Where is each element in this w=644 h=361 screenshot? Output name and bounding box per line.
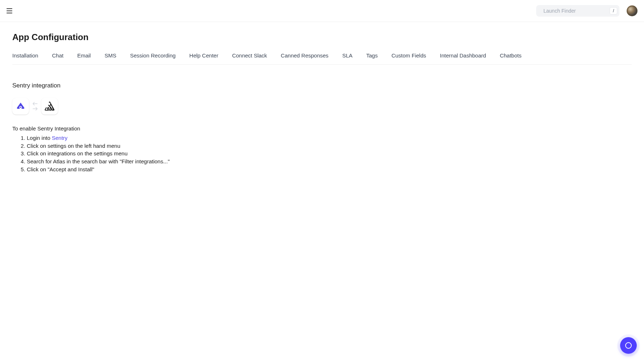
sync-arrows-icon [33, 102, 38, 111]
step-item: Click on integrations on the settings me… [27, 150, 632, 158]
top-header: / [0, 0, 644, 22]
tab-email[interactable]: Email [77, 52, 91, 64]
tab-session-recording[interactable]: Session Recording [130, 52, 175, 64]
search-container[interactable]: / [536, 5, 619, 17]
search-input[interactable] [543, 8, 607, 14]
tab-internal-dashboard[interactable]: Internal Dashboard [440, 52, 486, 64]
step-item: Click on "Accept and Install" [27, 166, 632, 173]
avatar[interactable] [627, 5, 637, 16]
tab-sms[interactable]: SMS [105, 52, 116, 64]
step-item: Click on settings on the left hand menu [27, 142, 632, 150]
tabs-bar: Installation Chat Email SMS Session Reco… [12, 52, 632, 65]
intro-text: To enable Sentry Integration [12, 125, 632, 133]
tab-help-center[interactable]: Help Center [189, 52, 218, 64]
tab-chat[interactable]: Chat [52, 52, 64, 64]
menu-icon[interactable] [7, 8, 12, 13]
sentry-logo [41, 98, 58, 115]
svg-point-3 [20, 107, 21, 108]
tab-installation[interactable]: Installation [12, 52, 38, 64]
sentry-icon [44, 101, 55, 111]
step-item: Login into Sentry [27, 134, 632, 142]
section-title: Sentry integration [12, 82, 632, 89]
tab-sla[interactable]: SLA [342, 52, 352, 64]
sentry-link[interactable]: Sentry [52, 135, 67, 141]
tab-connect-slack[interactable]: Connect Slack [232, 52, 267, 64]
tab-custom-fields[interactable]: Custom Fields [391, 52, 426, 64]
atlas-icon [15, 100, 26, 112]
steps-list: Login into Sentry Click on settings on t… [12, 134, 632, 173]
header-right: / [536, 5, 637, 17]
page-content: App Configuration Installation Chat Emai… [0, 22, 644, 184]
integration-logos [12, 98, 632, 115]
search-shortcut-hint: / [610, 7, 617, 14]
step-item: Search for Atlas in the search bar with … [27, 158, 632, 166]
tab-tags[interactable]: Tags [366, 52, 378, 64]
page-title: App Configuration [12, 32, 632, 42]
tab-chatbots[interactable]: Chatbots [500, 52, 521, 64]
atlas-logo [12, 98, 29, 115]
tab-canned-responses[interactable]: Canned Responses [281, 52, 329, 64]
header-left [7, 8, 12, 13]
